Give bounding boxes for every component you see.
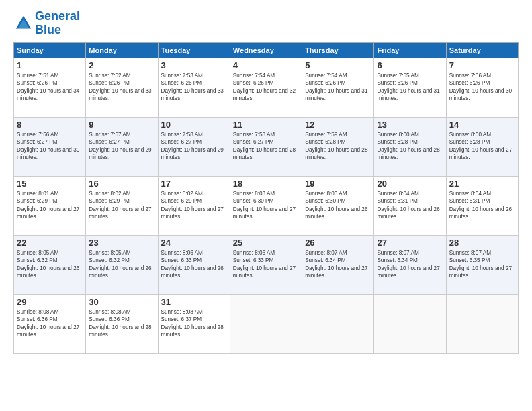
calendar-cell: 3Sunrise: 7:53 AMSunset: 6:26 PMDaylight…	[158, 58, 230, 117]
day-number: 24	[161, 238, 227, 248]
day-info: Sunrise: 8:08 AMSunset: 6:36 PMDaylight:…	[89, 308, 154, 339]
day-number: 30	[89, 297, 154, 307]
calendar-cell: 24Sunrise: 8:06 AMSunset: 6:33 PMDayligh…	[158, 235, 230, 294]
day-number: 25	[233, 238, 299, 248]
calendar-cell: 23Sunrise: 8:05 AMSunset: 6:32 PMDayligh…	[86, 235, 158, 294]
day-number: 19	[305, 179, 371, 189]
day-info: Sunrise: 8:02 AMSunset: 6:29 PMDaylight:…	[161, 190, 227, 221]
day-info: Sunrise: 7:55 AMSunset: 6:26 PMDaylight:…	[377, 72, 443, 103]
day-number: 13	[377, 120, 443, 130]
day-info: Sunrise: 8:00 AMSunset: 6:28 PMDaylight:…	[449, 131, 515, 162]
day-info: Sunrise: 8:01 AMSunset: 6:29 PMDaylight:…	[17, 190, 83, 221]
col-header-sunday: Sunday	[14, 42, 86, 58]
calendar-cell: 13Sunrise: 8:00 AMSunset: 6:28 PMDayligh…	[374, 117, 446, 176]
day-info: Sunrise: 8:00 AMSunset: 6:28 PMDaylight:…	[377, 131, 443, 162]
day-number: 15	[17, 179, 83, 189]
day-info: Sunrise: 8:07 AMSunset: 6:34 PMDaylight:…	[377, 249, 443, 280]
calendar-cell: 17Sunrise: 8:02 AMSunset: 6:29 PMDayligh…	[158, 176, 230, 235]
day-number: 20	[377, 179, 443, 189]
day-info: Sunrise: 8:07 AMSunset: 6:35 PMDaylight:…	[449, 249, 515, 280]
calendar-cell	[230, 294, 302, 353]
col-header-wednesday: Wednesday	[230, 42, 302, 58]
day-number: 8	[17, 120, 83, 130]
calendar-cell: 19Sunrise: 8:03 AMSunset: 6:30 PMDayligh…	[302, 176, 374, 235]
day-number: 22	[17, 238, 83, 248]
calendar-cell: 7Sunrise: 7:56 AMSunset: 6:26 PMDaylight…	[446, 58, 518, 117]
col-header-saturday: Saturday	[446, 42, 518, 58]
day-number: 12	[305, 120, 371, 130]
day-info: Sunrise: 8:02 AMSunset: 6:29 PMDaylight:…	[89, 190, 154, 221]
day-info: Sunrise: 8:04 AMSunset: 6:31 PMDaylight:…	[449, 190, 515, 221]
col-header-monday: Monday	[86, 42, 158, 58]
day-info: Sunrise: 7:57 AMSunset: 6:27 PMDaylight:…	[89, 131, 154, 162]
day-number: 31	[161, 297, 227, 307]
col-header-friday: Friday	[374, 42, 446, 58]
calendar-cell: 1Sunrise: 7:51 AMSunset: 6:26 PMDaylight…	[14, 58, 86, 117]
calendar-cell: 14Sunrise: 8:00 AMSunset: 6:28 PMDayligh…	[446, 117, 518, 176]
calendar-cell: 5Sunrise: 7:54 AMSunset: 6:26 PMDaylight…	[302, 58, 374, 117]
day-info: Sunrise: 7:51 AMSunset: 6:26 PMDaylight:…	[17, 72, 83, 103]
calendar-cell: 8Sunrise: 7:56 AMSunset: 6:27 PMDaylight…	[14, 117, 86, 176]
calendar: SundayMondayTuesdayWednesdayThursdayFrid…	[13, 42, 519, 354]
day-number: 27	[377, 238, 443, 248]
day-info: Sunrise: 7:58 AMSunset: 6:27 PMDaylight:…	[161, 131, 227, 162]
day-info: Sunrise: 7:53 AMSunset: 6:26 PMDaylight:…	[161, 72, 227, 103]
day-number: 28	[449, 238, 515, 248]
calendar-cell: 11Sunrise: 7:58 AMSunset: 6:27 PMDayligh…	[230, 117, 302, 176]
calendar-cell: 26Sunrise: 8:07 AMSunset: 6:34 PMDayligh…	[302, 235, 374, 294]
day-number: 3	[161, 60, 227, 71]
day-number: 17	[161, 179, 227, 189]
day-number: 10	[161, 120, 227, 130]
day-info: Sunrise: 7:56 AMSunset: 6:26 PMDaylight:…	[449, 72, 515, 103]
day-info: Sunrise: 8:03 AMSunset: 6:30 PMDaylight:…	[305, 190, 371, 221]
calendar-cell: 9Sunrise: 7:57 AMSunset: 6:27 PMDaylight…	[86, 117, 158, 176]
day-info: Sunrise: 8:08 AMSunset: 6:36 PMDaylight:…	[17, 308, 83, 339]
day-number: 5	[305, 60, 371, 71]
day-info: Sunrise: 8:06 AMSunset: 6:33 PMDaylight:…	[233, 249, 299, 280]
day-number: 4	[233, 60, 299, 71]
day-number: 23	[89, 238, 154, 248]
calendar-cell: 22Sunrise: 8:05 AMSunset: 6:32 PMDayligh…	[14, 235, 86, 294]
col-header-thursday: Thursday	[302, 42, 374, 58]
header: General Blue	[13, 10, 519, 37]
logo: General Blue	[13, 10, 80, 37]
day-info: Sunrise: 7:54 AMSunset: 6:26 PMDaylight:…	[233, 72, 299, 103]
calendar-cell: 27Sunrise: 8:07 AMSunset: 6:34 PMDayligh…	[374, 235, 446, 294]
day-number: 18	[233, 179, 299, 189]
day-info: Sunrise: 8:07 AMSunset: 6:34 PMDaylight:…	[305, 249, 371, 280]
calendar-cell: 31Sunrise: 8:08 AMSunset: 6:37 PMDayligh…	[158, 294, 230, 353]
day-number: 26	[305, 238, 371, 248]
day-number: 9	[89, 120, 154, 130]
day-info: Sunrise: 7:58 AMSunset: 6:27 PMDaylight:…	[233, 131, 299, 162]
logo-text: General Blue	[35, 10, 80, 37]
calendar-cell: 20Sunrise: 8:04 AMSunset: 6:31 PMDayligh…	[374, 176, 446, 235]
calendar-cell: 29Sunrise: 8:08 AMSunset: 6:36 PMDayligh…	[14, 294, 86, 353]
calendar-cell: 10Sunrise: 7:58 AMSunset: 6:27 PMDayligh…	[158, 117, 230, 176]
calendar-cell: 16Sunrise: 8:02 AMSunset: 6:29 PMDayligh…	[86, 176, 158, 235]
page: General Blue SundayMondayTuesdayWednesda…	[0, 0, 532, 411]
calendar-cell: 25Sunrise: 8:06 AMSunset: 6:33 PMDayligh…	[230, 235, 302, 294]
day-info: Sunrise: 7:59 AMSunset: 6:28 PMDaylight:…	[305, 131, 371, 162]
day-number: 14	[449, 120, 515, 130]
day-info: Sunrise: 8:05 AMSunset: 6:32 PMDaylight:…	[89, 249, 154, 280]
day-info: Sunrise: 8:05 AMSunset: 6:32 PMDaylight:…	[17, 249, 83, 280]
calendar-cell	[302, 294, 374, 353]
calendar-cell: 2Sunrise: 7:52 AMSunset: 6:26 PMDaylight…	[86, 58, 158, 117]
calendar-cell: 4Sunrise: 7:54 AMSunset: 6:26 PMDaylight…	[230, 58, 302, 117]
calendar-cell: 15Sunrise: 8:01 AMSunset: 6:29 PMDayligh…	[14, 176, 86, 235]
calendar-cell: 12Sunrise: 7:59 AMSunset: 6:28 PMDayligh…	[302, 117, 374, 176]
day-number: 1	[17, 60, 83, 71]
day-info: Sunrise: 7:54 AMSunset: 6:26 PMDaylight:…	[305, 72, 371, 103]
day-info: Sunrise: 7:56 AMSunset: 6:27 PMDaylight:…	[17, 131, 83, 162]
day-info: Sunrise: 8:06 AMSunset: 6:33 PMDaylight:…	[161, 249, 227, 280]
calendar-cell: 30Sunrise: 8:08 AMSunset: 6:36 PMDayligh…	[86, 294, 158, 353]
day-info: Sunrise: 8:08 AMSunset: 6:37 PMDaylight:…	[161, 308, 227, 339]
day-number: 16	[89, 179, 154, 189]
calendar-cell: 6Sunrise: 7:55 AMSunset: 6:26 PMDaylight…	[374, 58, 446, 117]
calendar-cell	[374, 294, 446, 353]
day-number: 29	[17, 297, 83, 307]
day-number: 6	[377, 60, 443, 71]
calendar-cell: 18Sunrise: 8:03 AMSunset: 6:30 PMDayligh…	[230, 176, 302, 235]
day-info: Sunrise: 7:52 AMSunset: 6:26 PMDaylight:…	[89, 72, 154, 103]
calendar-cell: 21Sunrise: 8:04 AMSunset: 6:31 PMDayligh…	[446, 176, 518, 235]
